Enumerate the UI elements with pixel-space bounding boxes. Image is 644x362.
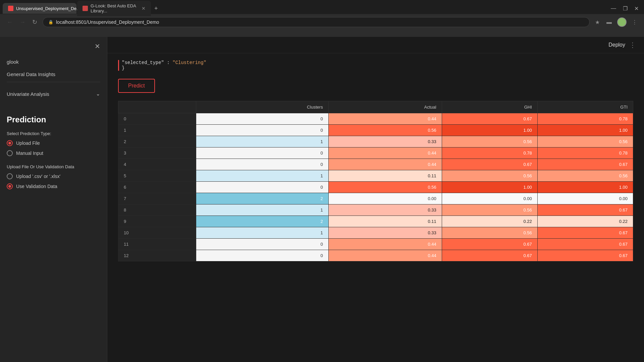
row-index: 12 [118,250,196,261]
cell-ghi: 0.67 [442,159,537,170]
cell-cluster: 2 [196,193,329,204]
json-key: "selected_type" [122,60,164,65]
active-tab-title: Unsupervised_Deployment_De... [16,6,80,11]
minimize-button[interactable]: — [608,4,619,13]
profile-button[interactable] [617,17,627,27]
radio-upload-file[interactable]: Upload File [7,140,100,146]
cell-ghi: 0.00 [442,193,537,204]
radio-manual-input[interactable]: Manual Input [7,150,100,156]
row-index: 7 [118,193,196,204]
sidebar-close-area: ✕ [0,37,107,56]
prediction-type-group: Upload File Manual Input [7,140,100,156]
cell-gti: 0.56 [537,170,633,182]
cell-actual: 0.11 [328,170,442,182]
menu-button[interactable]: ⋮ [631,18,639,27]
cell-cluster: 1 [196,204,329,216]
table-row: 400.440.670.67 [118,159,633,170]
table-row: 810.330.560.67 [118,204,633,216]
cell-ghi: 1.00 [442,182,537,193]
cell-cluster: 0 [196,250,329,261]
json-sep: : [164,60,172,65]
back-button[interactable]: ← [5,17,14,27]
json-display: "selected_type" : "Clustering" } [118,60,633,71]
url-bar[interactable]: 🔒 localhost:8501/Unsupervised_Deployment… [43,17,590,27]
json-line-1: "selected_type" : "Clustering" [122,60,633,65]
upload-file-label: Upload File [16,140,40,146]
extensions-button[interactable]: ▬ [605,18,613,26]
row-index: 9 [118,216,196,227]
cell-ghi: 0.56 [442,227,537,239]
tab-favicon-1 [8,6,13,11]
cell-gti: 0.00 [537,193,633,204]
cell-actual: 0.56 [328,125,442,136]
cell-actual: 0.44 [328,147,442,159]
url-text: localhost:8501/Unsupervised_Deployment_D… [56,19,159,25]
main-content-area: Deploy ⋮ "selected_type" : "Clustering" … [107,37,644,362]
col-header-actual: Actual [328,101,442,113]
table-row: 100.561.001.00 [118,125,633,136]
cell-actual: 0.33 [328,227,442,239]
sidebar-item-univariate[interactable]: Univariate Analysis ⌄ [7,87,100,100]
chevron-down-icon: ⌄ [96,91,100,97]
deploy-button[interactable]: Deploy [608,42,625,48]
forward-button[interactable]: → [18,17,27,27]
cell-ghi: 0.67 [442,250,537,261]
inactive-tab[interactable]: G-Look: Best Auto EDA Library... ✕ [77,1,151,16]
tab-close-2[interactable]: ✕ [142,6,146,11]
row-index: 3 [118,147,196,159]
cell-cluster: 0 [196,125,329,136]
reload-button[interactable]: ↻ [31,17,39,27]
main-header: Deploy ⋮ [107,37,644,53]
more-options-button[interactable]: ⋮ [629,41,636,49]
new-tab-button[interactable]: + [152,4,161,13]
main-scrollable: "selected_type" : "Clustering" } Predict… [107,53,644,362]
cell-gti: 0.67 [537,204,633,216]
cell-ghi: 0.78 [442,147,537,159]
predict-button[interactable]: Predict [118,79,155,93]
cell-gti: 0.22 [537,216,633,227]
cell-gti: 0.56 [537,136,633,147]
upload-options-group: Upload '.csv' or '.xlsx' Use Validation … [7,173,100,189]
cell-actual: 0.33 [328,204,442,216]
row-index: 2 [118,136,196,147]
cell-gti: 0.67 [537,159,633,170]
active-tab[interactable]: Unsupervised_Deployment_De... ✕ [3,3,76,14]
cell-ghi: 0.56 [442,170,537,182]
sidebar-close-button[interactable]: ✕ [95,42,100,50]
results-table: Clusters Actual GHI GTI 000.440.670.7810… [118,101,633,261]
table-row: 1100.440.670.67 [118,239,633,250]
radio-dot-upload [7,140,13,146]
cell-gti: 0.67 [537,227,633,239]
col-header-index [118,101,196,113]
row-index: 6 [118,182,196,193]
radio-dot-validation [7,183,13,189]
cell-gti: 1.00 [537,125,633,136]
cell-cluster: 2 [196,216,329,227]
close-button[interactable]: ✕ [632,4,641,13]
table-row: 300.440.780.78 [118,147,633,159]
sidebar-item-general[interactable]: General Data Insights [7,68,100,80]
maximize-button[interactable]: ❐ [620,4,630,13]
cell-cluster: 1 [196,170,329,182]
prediction-section: Prediction Select Prediction Type: Uploa… [0,108,107,196]
cell-ghi: 0.67 [442,113,537,125]
bookmark-button[interactable]: ★ [594,18,601,27]
radio-dot-csv [7,173,13,179]
table-row: 720.000.000.00 [118,193,633,204]
nav-divider [7,82,100,82]
row-index: 0 [118,113,196,125]
row-index: 10 [118,227,196,239]
cell-actual: 0.56 [328,182,442,193]
table-row: 920.110.220.22 [118,216,633,227]
row-index: 11 [118,239,196,250]
radio-upload-csv[interactable]: Upload '.csv' or '.xlsx' [7,173,100,179]
cell-cluster: 0 [196,147,329,159]
prediction-title: Prediction [7,115,100,124]
sidebar-item-glook[interactable]: glook [7,56,100,68]
radio-validation-data[interactable]: Use Validation Data [7,183,100,189]
validation-data-label: Use Validation Data [16,184,57,189]
json-line-2: } [122,65,633,71]
table-header-row: Clusters Actual GHI GTI [118,101,633,113]
cell-actual: 0.44 [328,113,442,125]
row-index: 8 [118,204,196,216]
